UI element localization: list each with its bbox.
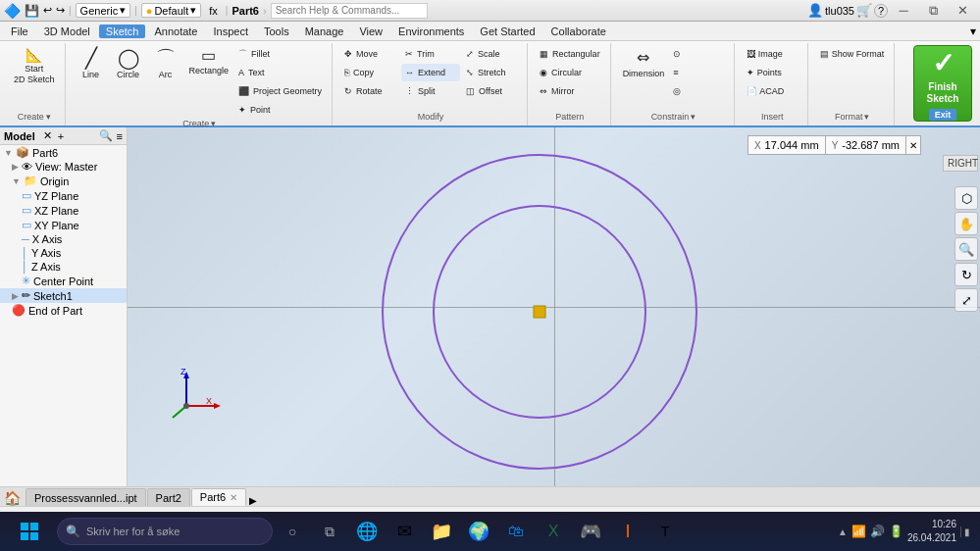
coord-window-close-icon[interactable]: ✕ <box>906 140 920 151</box>
menu-3dmodel[interactable]: 3D Model <box>37 25 97 38</box>
help-icon[interactable]: ? <box>874 4 888 18</box>
taskbar-volume-icon[interactable]: 🔊 <box>870 525 885 538</box>
redo-icon[interactable]: ↪ <box>56 4 65 17</box>
taskbar-browser-icon[interactable]: 🌍 <box>461 515 496 548</box>
tree-part6-expand[interactable]: ▼ <box>4 148 13 158</box>
coincident-btn[interactable]: ⊙ <box>669 45 728 63</box>
create-dropdown-icon[interactable]: ▾ <box>46 112 51 122</box>
quick-access-icon[interactable]: 💾 <box>25 4 39 18</box>
menu-inspect[interactable]: Inspect <box>207 25 255 38</box>
sidebar-close-icon[interactable]: ✕ <box>43 129 52 142</box>
concentric-btn[interactable]: ◎ <box>669 82 728 100</box>
search-help-input[interactable] <box>271 3 428 19</box>
tree-origin[interactable]: ▼ 📁 Origin <box>0 174 127 188</box>
show-desktop-btn[interactable]: ▮ <box>960 526 970 537</box>
menu-collaborate[interactable]: Collaborate <box>544 25 613 38</box>
circular-btn[interactable]: ◉ Circular <box>536 64 604 81</box>
fit-view-btn[interactable]: ⤢ <box>954 288 978 312</box>
taskbar-cortana-icon[interactable]: ○ <box>275 515 310 548</box>
tab-prossess[interactable]: Prossessvannled...ipt <box>26 488 146 506</box>
taskbar-inventor-icon[interactable]: I <box>610 515 645 548</box>
view-cube-btn[interactable]: ⬡ <box>954 186 978 210</box>
acad-btn[interactable]: 📄 ACAD <box>743 82 801 100</box>
sidebar-menu-icon[interactable]: ≡ <box>117 130 123 142</box>
tree-center-point[interactable]: ✳ Center Point <box>0 274 127 288</box>
copy-btn[interactable]: ⎘ Copy <box>340 64 399 81</box>
points-btn[interactable]: ✦ Points <box>743 64 801 81</box>
menu-sketch[interactable]: Sketch <box>99 25 146 38</box>
pan-btn[interactable]: ✋ <box>954 212 978 235</box>
tree-origin-expand[interactable]: ▼ <box>12 176 21 186</box>
menu-getstarted[interactable]: Get Started <box>473 25 542 38</box>
tab-part6-close-icon[interactable]: ✕ <box>230 492 237 503</box>
restore-button[interactable]: ⧉ <box>919 2 947 20</box>
expand-ribbon-icon[interactable]: ▾ <box>970 25 976 38</box>
tree-part6[interactable]: ▼ 📦 Part6 <box>0 145 127 160</box>
rotate-btn[interactable]: ↻ Rotate <box>340 82 399 100</box>
tree-sketch1[interactable]: ▶ ✏ Sketch1 <box>0 288 127 303</box>
extend-btn[interactable]: ↔ Extend <box>401 64 460 81</box>
taskbar-taskview-icon[interactable]: ⧉ <box>312 515 347 548</box>
taskbar-explorer-icon[interactable]: 📁 <box>424 515 459 548</box>
tab-scroll-right[interactable]: ▶ <box>249 495 257 506</box>
trim-btn[interactable]: ✂ Trim <box>401 45 460 63</box>
taskbar-search[interactable]: 🔍 Skriv her for å søke <box>57 518 273 545</box>
circle-btn[interactable]: ◯ Circle <box>111 45 146 104</box>
taskbar-mail-icon[interactable]: ✉ <box>387 515 422 548</box>
taskbar-icon-3[interactable]: T <box>647 515 683 548</box>
menu-manage[interactable]: Manage <box>298 25 351 38</box>
point-btn[interactable]: ✦ Point <box>234 101 326 119</box>
tree-view-expand[interactable]: ▶ <box>12 162 19 172</box>
constrain-dropdown-icon[interactable]: ▾ <box>691 112 696 122</box>
sidebar-add-icon[interactable]: + <box>58 130 64 142</box>
tree-sketch1-expand[interactable]: ▶ <box>12 291 19 301</box>
menu-tools[interactable]: Tools <box>257 25 296 38</box>
taskbar-edge-icon[interactable]: 🌐 <box>349 515 385 548</box>
taskbar-battery-icon[interactable]: 🔋 <box>889 525 903 538</box>
zoom-btn[interactable]: 🔍 <box>954 237 978 261</box>
taskbar-excel-icon[interactable]: X <box>536 515 571 548</box>
tree-y-axis[interactable]: │ Y Axis <box>0 246 127 260</box>
line-btn[interactable]: ╱ Line <box>74 45 109 104</box>
rectangle-btn[interactable]: ▭ Rectangle <box>185 45 233 104</box>
tree-yz-plane[interactable]: ▭ YZ Plane <box>0 188 127 203</box>
start-button[interactable] <box>4 515 55 548</box>
offset-btn[interactable]: ◫ Offset <box>462 82 521 100</box>
sidebar-search-icon[interactable]: 🔍 <box>99 129 113 142</box>
dropdown-generic[interactable]: Generic ▾ <box>76 3 131 18</box>
rectangular-btn[interactable]: ▦ Rectangular <box>536 45 604 63</box>
taskbar-network-icon[interactable]: 📶 <box>851 525 866 538</box>
stretch-btn[interactable]: ⤡ Stretch <box>462 64 521 81</box>
close-button[interactable]: ✕ <box>949 2 976 20</box>
minimize-button[interactable]: ─ <box>890 2 917 20</box>
tree-view-master[interactable]: ▶ 👁 View: Master <box>0 160 127 174</box>
system-clock[interactable]: 10:26 26.04.2021 <box>907 518 956 545</box>
menu-environments[interactable]: Environments <box>391 25 471 38</box>
tree-z-axis[interactable]: │ Z Axis <box>0 260 127 274</box>
text-btn[interactable]: A Text <box>234 64 326 81</box>
image-btn[interactable]: 🖼 Image <box>743 45 801 63</box>
taskbar-icon-2[interactable]: 🎮 <box>573 515 608 548</box>
viewport[interactable]: X 17.044 mm Y -32.687 mm ✕ RIGHT ⬡ ✋ 🔍 ↻… <box>128 127 980 486</box>
show-format-btn[interactable]: ▤ Show Format <box>816 45 888 63</box>
menu-annotate[interactable]: Annotate <box>147 25 204 38</box>
start-2d-sketch-btn[interactable]: 📐 Start2D Sketch <box>10 45 59 104</box>
taskbar-store-icon[interactable]: 🛍 <box>498 515 534 548</box>
tree-xz-plane[interactable]: ▭ XZ Plane <box>0 203 127 218</box>
mirror-btn[interactable]: ⇔ Mirror <box>536 82 604 100</box>
tree-xy-plane[interactable]: ▭ XY Plane <box>0 218 127 232</box>
dimension-btn[interactable]: ⇔ Dimension <box>619 45 669 104</box>
move-btn[interactable]: ✥ Move <box>340 45 399 63</box>
fillet-btn[interactable]: ⌒ Fillet <box>234 45 326 63</box>
home-tab-icon[interactable]: 🏠 <box>4 490 21 506</box>
scale-btn[interactable]: ⤢ Scale <box>462 45 521 63</box>
colinear-btn[interactable]: ≡ <box>669 64 728 81</box>
menu-view[interactable]: View <box>352 25 389 38</box>
undo-icon[interactable]: ↩ <box>43 4 52 17</box>
rotate-view-btn[interactable]: ↻ <box>954 263 978 286</box>
taskbar-up-arrow[interactable]: ▲ <box>838 526 848 537</box>
dropdown-default[interactable]: ● Default ▾ <box>141 3 202 18</box>
project-geometry-btn[interactable]: ⬛ Project Geometry <box>234 82 326 100</box>
tree-end-of-part[interactable]: 🔴 End of Part <box>0 303 127 318</box>
tab-part2[interactable]: Part2 <box>147 488 190 506</box>
